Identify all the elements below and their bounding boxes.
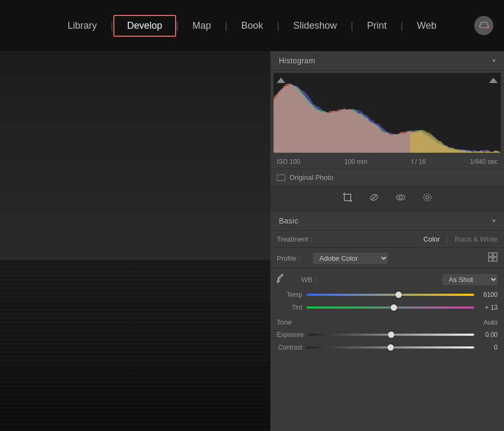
heal-tool-icon[interactable] bbox=[367, 192, 381, 205]
basic-section-header: Basic ▾ bbox=[270, 211, 504, 231]
temp-value: 6100 bbox=[478, 291, 498, 299]
tint-label: Tint bbox=[277, 304, 302, 311]
treatment-bw-option[interactable]: Black & White bbox=[455, 235, 498, 243]
treatment-separator: | bbox=[447, 235, 448, 243]
nav-develop[interactable]: Develop bbox=[113, 15, 176, 37]
camera-shutter: 1/640 sec bbox=[470, 158, 498, 165]
svg-line-7 bbox=[372, 195, 376, 200]
nav-web[interactable]: Web bbox=[403, 15, 450, 37]
original-photo-row[interactable]: Original Photo bbox=[270, 169, 504, 186]
histogram-collapse-arrow[interactable]: ▾ bbox=[492, 57, 495, 64]
tone-auto-button[interactable]: Auto bbox=[483, 318, 498, 326]
redeye-tool-icon[interactable] bbox=[394, 192, 408, 205]
tone-label: Tone bbox=[277, 318, 292, 326]
contrast-slider-thumb[interactable] bbox=[387, 344, 394, 351]
histogram-graph bbox=[274, 73, 501, 153]
cloud-sync-button[interactable]: ✕ bbox=[474, 16, 493, 35]
camera-focal: 100 mm bbox=[344, 158, 367, 165]
svg-point-10 bbox=[424, 194, 431, 201]
svg-point-11 bbox=[426, 196, 429, 199]
exposure-slider-thumb[interactable] bbox=[388, 331, 394, 338]
basic-title: Basic bbox=[279, 217, 299, 225]
nav-map[interactable]: Map bbox=[178, 15, 225, 37]
nav-print[interactable]: Print bbox=[353, 15, 401, 37]
nav-book[interactable]: Book bbox=[227, 15, 277, 37]
profile-label: Profile : bbox=[277, 254, 309, 262]
svg-point-9 bbox=[399, 196, 402, 199]
treatment-options: Color | Black & White bbox=[424, 235, 498, 243]
tools-row bbox=[270, 186, 504, 211]
camera-aperture: f / 16 bbox=[411, 158, 426, 165]
svg-text:✕: ✕ bbox=[486, 25, 489, 30]
tint-slider-row: Tint + 13 bbox=[270, 301, 504, 314]
histogram-canvas bbox=[274, 73, 501, 153]
histogram-highlight-clip-btn[interactable] bbox=[488, 75, 499, 86]
profile-row: Profile : Adobe Color Adobe Landscape Ad… bbox=[270, 248, 504, 269]
profile-select[interactable]: Adobe Color Adobe Landscape Adobe Vivid … bbox=[313, 253, 388, 264]
nav-library[interactable]: Library bbox=[54, 15, 111, 37]
treatment-label: Treatment : bbox=[277, 235, 319, 243]
svg-rect-12 bbox=[489, 253, 492, 256]
temp-slider-row: Temp 6100 bbox=[270, 288, 504, 301]
wb-select[interactable]: As Shot Auto Daylight Cloudy Shade Tungs… bbox=[442, 274, 498, 285]
masking-tool-icon[interactable] bbox=[420, 192, 434, 205]
histogram-shadow-clip-btn[interactable] bbox=[276, 75, 286, 86]
contrast-slider-track[interactable] bbox=[307, 346, 474, 349]
exposure-label: Exposure bbox=[277, 331, 304, 338]
tint-slider-thumb[interactable] bbox=[391, 304, 397, 311]
top-navigation: Library | Develop | Map | Book | Slidesh… bbox=[0, 0, 504, 51]
exposure-slider-row: Exposure 0.00 bbox=[270, 328, 504, 341]
basic-collapse-arrow[interactable]: ▾ bbox=[492, 217, 495, 225]
camera-iso: ISO 100 bbox=[277, 158, 300, 165]
treatment-row: Treatment : Color | Black & White bbox=[270, 231, 504, 248]
camera-info-bar: ISO 100 100 mm f / 16 1/640 sec bbox=[270, 155, 504, 169]
photo-water bbox=[0, 260, 270, 431]
profile-grid-button[interactable] bbox=[488, 252, 498, 264]
svg-rect-14 bbox=[489, 258, 492, 261]
original-photo-label: Original Photo bbox=[290, 173, 333, 181]
wb-label: WB : bbox=[301, 276, 316, 284]
contrast-label: Contrast bbox=[277, 344, 302, 351]
nav-sep-5: | bbox=[351, 20, 353, 31]
histogram-section-header: Histogram ▾ bbox=[270, 51, 504, 71]
photo-preview-area bbox=[0, 51, 270, 431]
exposure-slider-track[interactable] bbox=[308, 334, 474, 336]
main-content: Histogram ▾ ISO 100 100 mm f / 16 1/640 … bbox=[0, 51, 504, 431]
right-panel: Histogram ▾ ISO 100 100 mm f / 16 1/640 … bbox=[270, 51, 504, 431]
contrast-value: 0 bbox=[478, 344, 498, 351]
contrast-slider-row: Contrast 0 bbox=[270, 341, 504, 354]
original-photo-icon bbox=[277, 175, 285, 181]
temp-slider-thumb[interactable] bbox=[395, 292, 402, 298]
svg-rect-1 bbox=[344, 194, 351, 201]
temp-label: Temp bbox=[277, 291, 302, 299]
eyedropper-tool[interactable] bbox=[277, 273, 284, 286]
wb-row: WB : As Shot Auto Daylight Cloudy Shade … bbox=[270, 269, 504, 288]
temp-slider-track[interactable] bbox=[307, 294, 474, 296]
tint-slider-track[interactable] bbox=[307, 306, 474, 309]
tone-row: Tone Auto bbox=[270, 314, 504, 328]
svg-rect-15 bbox=[493, 258, 497, 261]
exposure-value: 0.00 bbox=[478, 331, 498, 338]
nav-slideshow[interactable]: Slideshow bbox=[279, 15, 351, 37]
photo-sky bbox=[0, 51, 270, 279]
crop-tool-icon[interactable] bbox=[341, 192, 354, 205]
svg-rect-13 bbox=[493, 253, 497, 256]
histogram-title: Histogram bbox=[279, 56, 315, 65]
treatment-color-option[interactable]: Color bbox=[424, 235, 440, 243]
tint-value: + 13 bbox=[478, 304, 498, 311]
